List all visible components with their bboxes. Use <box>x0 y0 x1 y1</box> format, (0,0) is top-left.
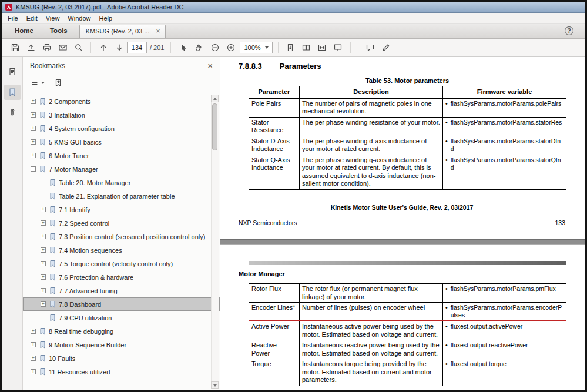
highlight-tool-button[interactable] <box>379 41 394 55</box>
upload-button[interactable] <box>24 41 38 55</box>
bookmark-label: 5 KMS GUI basics <box>49 139 102 146</box>
expander-icon[interactable]: + <box>30 356 36 361</box>
expander-icon[interactable]: + <box>40 301 46 307</box>
comment-tool-button[interactable] <box>363 41 378 55</box>
expander-icon[interactable]: + <box>30 342 36 347</box>
bookmark-item[interactable]: + 7.3 Position control (sensored positio… <box>23 230 220 243</box>
bookmark-item[interactable]: + 5 KMS GUI basics <box>23 135 220 149</box>
expander-icon[interactable]: + <box>40 220 46 226</box>
page-footer-row: NXP Semiconductors 133 <box>239 219 565 226</box>
scrollbar-thumb[interactable] <box>212 103 217 150</box>
table-row: Pole Pairs The number of pairs of magnet… <box>249 98 566 117</box>
bookmark-item[interactable]: + 7.1 Identify <box>23 203 220 216</box>
bullet-icon: • <box>445 323 448 330</box>
bullet-icon: • <box>445 285 448 293</box>
expander-icon[interactable]: - <box>30 166 36 172</box>
scrollbar-track[interactable] <box>211 102 219 381</box>
document-viewer[interactable]: 7.8.8.3 Parameters Table 53. Motor param… <box>220 57 585 390</box>
fit-width-view-button[interactable] <box>315 41 330 55</box>
bookmark-icon <box>39 327 46 335</box>
expander-icon[interactable]: + <box>40 261 46 266</box>
new-bookmark-button[interactable] <box>54 79 62 87</box>
bookmark-item[interactable]: 7.9 CPU utilization <box>23 311 220 324</box>
bookmark-item[interactable]: + 7.6 Protection & hardware <box>23 270 220 284</box>
next-page-button[interactable] <box>112 41 126 55</box>
menu-item[interactable]: Edit <box>22 14 42 23</box>
page-footer-title: Kinetis Motor Suite User's Guide, Rev. 2… <box>239 204 565 211</box>
expander-icon[interactable]: + <box>30 153 36 158</box>
bookmark-label: 7.6 Protection & hardware <box>59 274 133 281</box>
page-number-input[interactable] <box>127 42 147 53</box>
menu-item[interactable]: File <box>4 14 22 23</box>
bookmarks-scrollbar[interactable] <box>211 95 219 389</box>
tab-document[interactable]: KMSUG (Rev. 2, 03 ... × <box>79 25 166 38</box>
bookmarks-pane-icon[interactable] <box>4 85 21 100</box>
bookmark-item[interactable]: + 2 Components <box>23 95 220 108</box>
bookmark-item[interactable]: + 7.5 Torque control (velocity control o… <box>23 257 220 270</box>
cell-firmware: •flashSysParams.motorParams.statorDInd <box>443 136 566 155</box>
expander-icon[interactable]: + <box>30 329 36 334</box>
print-button[interactable] <box>39 41 54 55</box>
expander-icon[interactable]: + <box>30 139 36 145</box>
bookmark-label: 6 Motor Tuner <box>49 152 89 159</box>
bookmark-item[interactable]: Table 20. Motor Manager <box>23 176 220 189</box>
expander-icon[interactable]: + <box>30 99 36 104</box>
previous-page-button[interactable] <box>96 41 110 55</box>
two-page-view-button[interactable] <box>299 41 314 55</box>
expander-icon[interactable]: + <box>40 274 46 280</box>
tab-home[interactable]: Home <box>6 24 42 38</box>
menu-item[interactable]: View <box>42 14 64 23</box>
page-thumbnails-icon[interactable] <box>4 64 21 79</box>
save-button[interactable] <box>8 41 22 55</box>
menu-item[interactable]: Window <box>63 14 95 23</box>
menu-item[interactable]: Help <box>95 14 116 23</box>
cell-description: Instantaneous reactive power being used … <box>300 340 443 359</box>
zoom-level-select[interactable]: 100% <box>240 42 272 53</box>
attachments-icon[interactable] <box>4 105 21 120</box>
bookmark-icon <box>49 314 56 321</box>
cell-firmware: •flashSysParams.motorParams.encoderPulse… <box>443 303 566 321</box>
pdf-page-133: 7.8.8.3 Parameters Table 53. Motor param… <box>220 57 585 239</box>
cell-description: The number of pairs of magnetic poles in… <box>300 98 443 117</box>
expander-icon[interactable]: + <box>30 126 36 131</box>
bookmark-icon <box>49 219 56 227</box>
help-icon[interactable]: ? <box>565 26 573 35</box>
expander-icon[interactable]: + <box>40 247 46 253</box>
scroll-up-icon[interactable] <box>211 95 219 102</box>
cell-firmware: •flashSysParams.motorParams.statorRes <box>443 117 566 136</box>
search-icon[interactable] <box>71 41 86 55</box>
doc-tab-close-icon[interactable]: × <box>155 28 160 34</box>
cell-parameter: Stator D-Axis Inductance <box>249 136 300 155</box>
bookmark-label: 7.8 Dashboard <box>59 301 101 308</box>
expander-icon[interactable]: + <box>30 112 36 118</box>
zoom-in-button[interactable] <box>223 41 238 55</box>
expander-icon[interactable]: + <box>40 288 46 293</box>
bookmark-item[interactable]: + 7.2 Speed control <box>23 216 220 230</box>
bookmark-item[interactable]: + 7.8 Dashboard <box>23 297 220 311</box>
bookmark-item[interactable]: Table 21. Explanation of parameter table <box>23 189 220 203</box>
bookmark-item[interactable]: + 10 Faults <box>23 351 220 365</box>
select-tool-button[interactable] <box>176 41 190 55</box>
bookmark-item[interactable]: + 6 Motor Tuner <box>23 149 220 162</box>
tab-tools[interactable]: Tools <box>42 24 76 38</box>
bookmark-item[interactable]: + 7.4 Motion sequences <box>23 243 220 257</box>
expander-icon[interactable]: + <box>40 234 46 239</box>
zoom-out-button[interactable] <box>207 41 222 55</box>
bookmark-item[interactable]: + 8 Real time debugging <box>23 324 220 338</box>
bookmarks-close-icon[interactable]: × <box>207 62 213 69</box>
hand-tool-button[interactable] <box>192 41 206 55</box>
expander-icon[interactable]: + <box>30 369 36 374</box>
bookmark-item[interactable]: + 4 System configuration <box>23 122 220 135</box>
col-header-parameter: Parameter <box>249 86 300 99</box>
bookmark-item[interactable]: + 3 Installation <box>23 108 220 122</box>
presentation-view-button[interactable] <box>331 41 346 55</box>
page-scrolling-view-button[interactable] <box>283 41 298 55</box>
bookmark-item[interactable]: + 11 Resources utilized <box>23 365 220 378</box>
bookmarks-options-button[interactable] <box>31 79 45 86</box>
bookmark-item[interactable]: - 7 Motor Manager <box>23 162 220 176</box>
bookmark-item[interactable]: + 7.7 Advanced tuning <box>23 284 220 297</box>
scroll-down-icon[interactable] <box>211 381 219 389</box>
bookmark-item[interactable]: + 9 Motion Sequence Builder <box>23 338 220 351</box>
expander-icon[interactable]: + <box>40 207 46 212</box>
email-button[interactable] <box>55 41 70 55</box>
